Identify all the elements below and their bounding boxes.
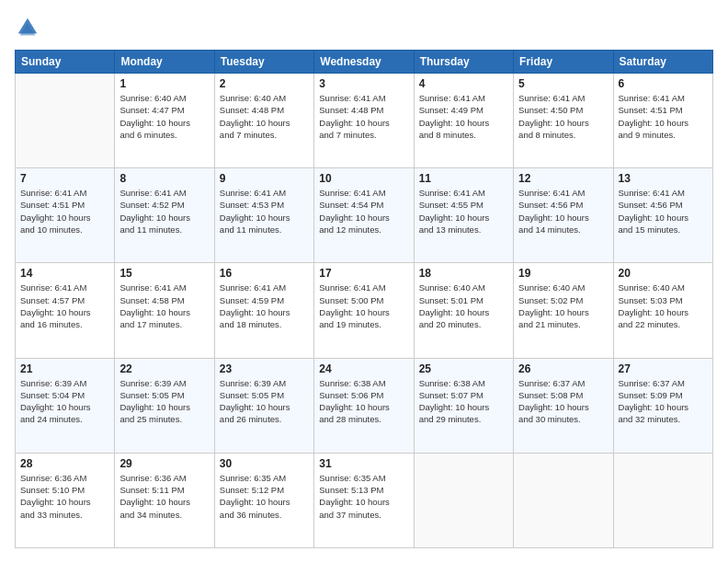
calendar-cell: 26Sunrise: 6:37 AM Sunset: 5:08 PM Dayli… <box>514 358 613 453</box>
day-number: 28 <box>20 457 109 470</box>
day-info: Sunrise: 6:41 AM Sunset: 4:53 PM Dayligh… <box>220 187 309 236</box>
calendar-cell: 14Sunrise: 6:41 AM Sunset: 4:57 PM Dayli… <box>16 263 115 358</box>
calendar-cell <box>414 453 513 547</box>
calendar-cell: 16Sunrise: 6:41 AM Sunset: 4:59 PM Dayli… <box>214 263 313 358</box>
page: SundayMondayTuesdayWednesdayThursdayFrid… <box>0 0 728 563</box>
logo <box>15 15 44 40</box>
logo-icon <box>15 15 40 40</box>
day-number: 6 <box>619 77 708 90</box>
calendar-cell: 15Sunrise: 6:41 AM Sunset: 4:58 PM Dayli… <box>115 263 214 358</box>
calendar-header-row: SundayMondayTuesdayWednesdayThursdayFrid… <box>16 51 713 74</box>
header <box>15 15 713 40</box>
calendar-cell: 7Sunrise: 6:41 AM Sunset: 4:51 PM Daylig… <box>16 168 115 263</box>
day-number: 26 <box>518 362 608 375</box>
day-info: Sunrise: 6:36 AM Sunset: 5:10 PM Dayligh… <box>20 472 109 521</box>
day-number: 1 <box>119 77 209 90</box>
calendar-cell: 28Sunrise: 6:36 AM Sunset: 5:10 PM Dayli… <box>16 453 115 547</box>
day-number: 16 <box>220 267 309 280</box>
calendar-header-friday: Friday <box>514 51 613 74</box>
calendar-cell: 19Sunrise: 6:40 AM Sunset: 5:02 PM Dayli… <box>514 263 613 358</box>
day-number: 5 <box>518 77 608 90</box>
day-number: 27 <box>619 362 708 375</box>
day-info: Sunrise: 6:41 AM Sunset: 4:59 PM Dayligh… <box>220 282 309 330</box>
calendar-cell: 29Sunrise: 6:36 AM Sunset: 5:11 PM Dayli… <box>115 453 214 547</box>
day-info: Sunrise: 6:41 AM Sunset: 4:48 PM Dayligh… <box>319 92 408 141</box>
calendar-cell: 1Sunrise: 6:40 AM Sunset: 4:47 PM Daylig… <box>115 74 214 168</box>
calendar-cell: 31Sunrise: 6:35 AM Sunset: 5:13 PM Dayli… <box>314 453 414 547</box>
calendar-cell: 23Sunrise: 6:39 AM Sunset: 5:05 PM Dayli… <box>214 358 313 453</box>
calendar-header-saturday: Saturday <box>613 51 712 74</box>
day-info: Sunrise: 6:41 AM Sunset: 4:51 PM Dayligh… <box>619 92 708 141</box>
calendar-cell: 6Sunrise: 6:41 AM Sunset: 4:51 PM Daylig… <box>613 74 712 168</box>
day-info: Sunrise: 6:36 AM Sunset: 5:11 PM Dayligh… <box>119 472 209 521</box>
calendar-cell: 12Sunrise: 6:41 AM Sunset: 4:56 PM Dayli… <box>514 168 613 263</box>
calendar-week-row: 14Sunrise: 6:41 AM Sunset: 4:57 PM Dayli… <box>16 263 713 358</box>
calendar-cell: 30Sunrise: 6:35 AM Sunset: 5:12 PM Dayli… <box>214 453 313 547</box>
calendar-cell <box>16 74 115 168</box>
day-info: Sunrise: 6:41 AM Sunset: 4:56 PM Dayligh… <box>518 187 608 236</box>
day-number: 22 <box>119 362 209 375</box>
calendar-cell: 27Sunrise: 6:37 AM Sunset: 5:09 PM Dayli… <box>613 358 712 453</box>
calendar-cell: 18Sunrise: 6:40 AM Sunset: 5:01 PM Dayli… <box>414 263 513 358</box>
calendar-cell: 10Sunrise: 6:41 AM Sunset: 4:54 PM Dayli… <box>314 168 414 263</box>
day-info: Sunrise: 6:39 AM Sunset: 5:05 PM Dayligh… <box>119 377 209 426</box>
day-info: Sunrise: 6:40 AM Sunset: 4:48 PM Dayligh… <box>220 92 309 141</box>
day-number: 11 <box>419 172 508 185</box>
calendar-week-row: 7Sunrise: 6:41 AM Sunset: 4:51 PM Daylig… <box>16 168 713 263</box>
calendar-cell: 13Sunrise: 6:41 AM Sunset: 4:56 PM Dayli… <box>613 168 712 263</box>
day-number: 3 <box>319 77 408 90</box>
day-info: Sunrise: 6:41 AM Sunset: 4:51 PM Dayligh… <box>20 187 109 236</box>
day-info: Sunrise: 6:37 AM Sunset: 5:08 PM Dayligh… <box>518 377 608 426</box>
day-number: 31 <box>319 457 408 470</box>
calendar-week-row: 21Sunrise: 6:39 AM Sunset: 5:04 PM Dayli… <box>16 358 713 453</box>
calendar-header-monday: Monday <box>115 51 214 74</box>
calendar-cell: 25Sunrise: 6:38 AM Sunset: 5:07 PM Dayli… <box>414 358 513 453</box>
day-info: Sunrise: 6:41 AM Sunset: 4:49 PM Dayligh… <box>419 92 508 141</box>
day-info: Sunrise: 6:35 AM Sunset: 5:12 PM Dayligh… <box>220 472 309 521</box>
day-info: Sunrise: 6:41 AM Sunset: 4:55 PM Dayligh… <box>419 187 508 236</box>
calendar-week-row: 28Sunrise: 6:36 AM Sunset: 5:10 PM Dayli… <box>16 453 713 547</box>
calendar-cell: 20Sunrise: 6:40 AM Sunset: 5:03 PM Dayli… <box>613 263 712 358</box>
day-number: 19 <box>518 267 608 280</box>
day-info: Sunrise: 6:38 AM Sunset: 5:07 PM Dayligh… <box>419 377 508 426</box>
day-number: 2 <box>220 77 309 90</box>
calendar-week-row: 1Sunrise: 6:40 AM Sunset: 4:47 PM Daylig… <box>16 74 713 168</box>
calendar-header-sunday: Sunday <box>16 51 115 74</box>
calendar-cell: 8Sunrise: 6:41 AM Sunset: 4:52 PM Daylig… <box>115 168 214 263</box>
day-number: 8 <box>119 172 209 185</box>
day-number: 12 <box>518 172 608 185</box>
day-info: Sunrise: 6:40 AM Sunset: 5:01 PM Dayligh… <box>419 282 508 330</box>
calendar-cell: 24Sunrise: 6:38 AM Sunset: 5:06 PM Dayli… <box>314 358 414 453</box>
calendar-table: SundayMondayTuesdayWednesdayThursdayFrid… <box>15 50 713 548</box>
day-number: 20 <box>619 267 708 280</box>
day-info: Sunrise: 6:41 AM Sunset: 5:00 PM Dayligh… <box>319 282 408 330</box>
day-info: Sunrise: 6:39 AM Sunset: 5:05 PM Dayligh… <box>220 377 309 426</box>
day-number: 24 <box>319 362 408 375</box>
day-number: 29 <box>119 457 209 470</box>
day-number: 30 <box>220 457 309 470</box>
day-number: 23 <box>220 362 309 375</box>
day-number: 18 <box>419 267 508 280</box>
day-info: Sunrise: 6:39 AM Sunset: 5:04 PM Dayligh… <box>20 377 109 426</box>
day-info: Sunrise: 6:41 AM Sunset: 4:56 PM Dayligh… <box>619 187 708 236</box>
day-number: 15 <box>119 267 209 280</box>
calendar-cell: 2Sunrise: 6:40 AM Sunset: 4:48 PM Daylig… <box>214 74 313 168</box>
calendar-cell: 3Sunrise: 6:41 AM Sunset: 4:48 PM Daylig… <box>314 74 414 168</box>
calendar-header-wednesday: Wednesday <box>314 51 414 74</box>
calendar-cell: 21Sunrise: 6:39 AM Sunset: 5:04 PM Dayli… <box>16 358 115 453</box>
day-number: 9 <box>220 172 309 185</box>
day-number: 4 <box>419 77 508 90</box>
calendar-header-tuesday: Tuesday <box>214 51 313 74</box>
day-info: Sunrise: 6:37 AM Sunset: 5:09 PM Dayligh… <box>619 377 708 426</box>
calendar-cell: 4Sunrise: 6:41 AM Sunset: 4:49 PM Daylig… <box>414 74 513 168</box>
calendar-header-thursday: Thursday <box>414 51 513 74</box>
day-info: Sunrise: 6:41 AM Sunset: 4:54 PM Dayligh… <box>319 187 408 236</box>
calendar-cell <box>514 453 613 547</box>
calendar-cell: 5Sunrise: 6:41 AM Sunset: 4:50 PM Daylig… <box>514 74 613 168</box>
day-info: Sunrise: 6:38 AM Sunset: 5:06 PM Dayligh… <box>319 377 408 426</box>
calendar-cell: 9Sunrise: 6:41 AM Sunset: 4:53 PM Daylig… <box>214 168 313 263</box>
day-info: Sunrise: 6:41 AM Sunset: 4:58 PM Dayligh… <box>119 282 209 330</box>
day-number: 7 <box>20 172 109 185</box>
day-info: Sunrise: 6:41 AM Sunset: 4:57 PM Dayligh… <box>20 282 109 330</box>
day-number: 10 <box>319 172 408 185</box>
